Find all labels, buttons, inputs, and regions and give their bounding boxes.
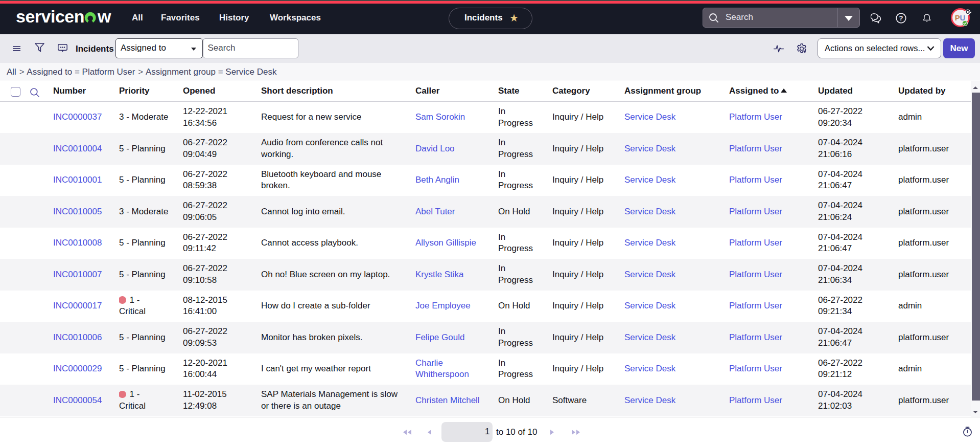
svg-text:servicen: servicen — [16, 9, 84, 26]
svg-text:w: w — [97, 9, 111, 26]
svg-text:?: ? — [899, 14, 903, 22]
